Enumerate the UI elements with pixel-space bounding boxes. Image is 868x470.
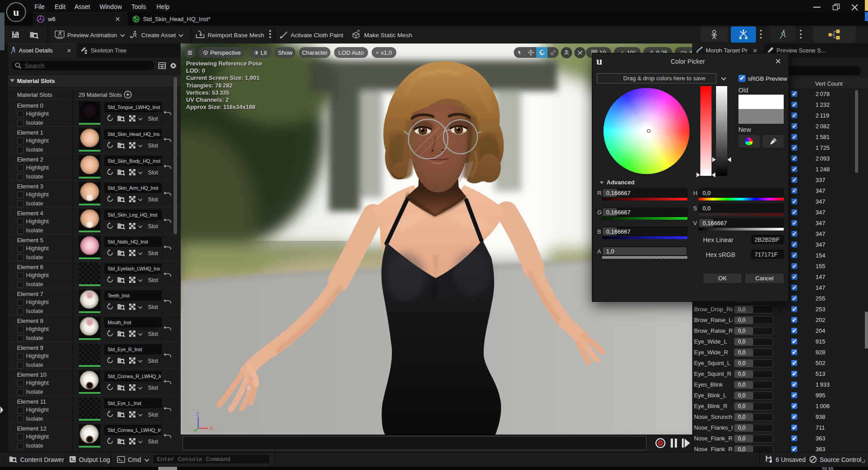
svg-text:Y: Y [193,429,197,434]
svg-text:X: X [210,426,213,431]
svg-text:Z: Z [196,411,199,417]
svg-text:u: u [13,6,19,18]
